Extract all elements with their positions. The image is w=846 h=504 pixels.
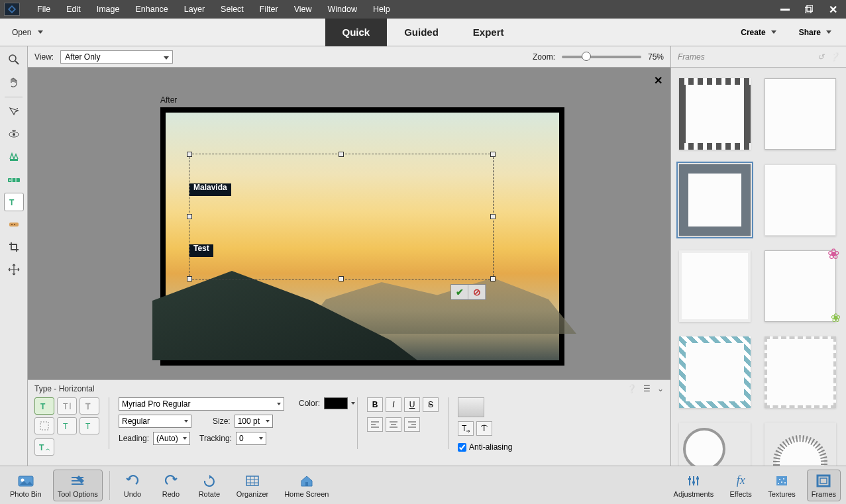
home-button[interactable]: Home Screen — [280, 470, 333, 501]
reset-icon[interactable]: ↺ — [818, 52, 824, 62]
resize-handle[interactable] — [339, 152, 344, 157]
redeye-tool[interactable] — [4, 125, 24, 144]
frame-thumb[interactable] — [679, 336, 751, 408]
hand-tool[interactable] — [4, 73, 24, 91]
commit-icon[interactable]: ✔ — [451, 285, 468, 299]
horizontal-mask-button[interactable]: T — [79, 397, 99, 415]
warp-horizontal-button[interactable]: T — [458, 421, 474, 436]
resize-handle[interactable] — [339, 276, 344, 281]
frame-thumb[interactable] — [765, 336, 836, 408]
text-line-1[interactable]: Malavida — [189, 183, 231, 196]
zoom-slider[interactable] — [562, 56, 641, 58]
vertical-type-button[interactable]: T — [57, 397, 77, 415]
resize-handle[interactable] — [490, 152, 496, 157]
resize-handle[interactable] — [490, 214, 496, 219]
menu-select[interactable]: Select — [213, 0, 252, 19]
cancel-icon[interactable]: ⊘ — [468, 285, 486, 299]
frame-thumb[interactable] — [679, 164, 751, 236]
font-size-input[interactable]: 100 pt — [235, 415, 273, 428]
warp-style-select[interactable] — [458, 397, 484, 417]
type-tool[interactable]: T — [4, 193, 24, 211]
text-on-selection-button[interactable]: T — [57, 417, 77, 434]
frame-thumb[interactable] — [765, 423, 836, 466]
frames-button[interactable]: Frames — [807, 470, 841, 501]
text-line-2[interactable]: Test — [189, 244, 213, 257]
zoom-tool[interactable] — [4, 50, 24, 69]
text-bounding-box[interactable]: Malavida Test ✔ ⊘ — [189, 154, 494, 279]
resize-handle[interactable] — [187, 276, 192, 281]
menu-view[interactable]: View — [286, 0, 320, 19]
redo-button[interactable]: Redo — [155, 470, 187, 501]
tab-quick[interactable]: Quick — [325, 19, 387, 46]
bold-button[interactable]: B — [367, 397, 383, 412]
italic-button[interactable]: I — [386, 397, 401, 412]
document-canvas[interactable]: Malavida Test ✔ ⊘ — [160, 107, 564, 366]
share-button[interactable]: Share — [790, 28, 841, 37]
crop-tool[interactable] — [4, 238, 24, 256]
align-left-button[interactable] — [367, 417, 383, 432]
organizer-button[interactable]: Organizer — [232, 470, 273, 501]
rotate-button[interactable]: Rotate — [193, 470, 225, 501]
menu-window[interactable]: Window — [320, 0, 365, 19]
menu-layer[interactable]: Layer — [176, 0, 213, 19]
undo-button[interactable]: Undo — [117, 470, 148, 501]
align-center-button[interactable] — [386, 417, 401, 432]
svg-point-65 — [778, 483, 779, 484]
align-right-button[interactable] — [404, 417, 420, 432]
antialias-checkbox[interactable]: Anti-aliasing — [458, 442, 512, 452]
frame-thumb[interactable] — [765, 164, 836, 236]
text-on-shape-button[interactable]: T — [79, 417, 99, 434]
underline-button[interactable]: U — [404, 397, 420, 412]
tool-options-button[interactable]: Tool Options — [53, 470, 103, 501]
open-button[interactable]: Open — [0, 28, 55, 37]
vertical-mask-button[interactable] — [34, 417, 54, 434]
adjustments-button[interactable]: Adjustments — [669, 470, 719, 501]
menu-edit[interactable]: Edit — [58, 0, 89, 19]
tab-guided[interactable]: Guided — [387, 19, 456, 46]
frame-thumb[interactable] — [765, 78, 836, 150]
leading-input[interactable]: (Auto) — [153, 432, 190, 445]
menu-help[interactable]: Help — [365, 0, 398, 19]
help-icon[interactable]: ❔ — [829, 52, 839, 62]
effects-button[interactable]: fx Effects — [725, 470, 757, 501]
text-on-path-button[interactable]: T — [34, 438, 54, 456]
frame-thumb[interactable] — [679, 423, 751, 466]
maximize-icon[interactable] — [801, 3, 817, 15]
textures-button[interactable]: Textures — [763, 470, 800, 501]
resize-handle[interactable] — [490, 276, 496, 281]
frame-thumb[interactable] — [765, 250, 836, 322]
close-document-icon[interactable]: ✕ — [654, 74, 662, 87]
frame-thumb[interactable] — [679, 250, 751, 322]
tab-expert[interactable]: Expert — [456, 19, 521, 46]
menu-enhance[interactable]: Enhance — [127, 0, 176, 19]
menu-image[interactable]: Image — [89, 0, 128, 19]
menu-file[interactable]: File — [29, 0, 58, 19]
minimize-icon[interactable] — [777, 3, 793, 15]
strikethrough-button[interactable]: S — [423, 397, 439, 412]
horizontal-type-button[interactable]: T — [34, 397, 54, 415]
collapse-icon[interactable]: ⌄ — [657, 384, 664, 393]
create-button[interactable]: Create — [731, 28, 785, 37]
straighten-tool[interactable] — [4, 170, 24, 189]
tracking-input[interactable]: 0 — [236, 432, 266, 445]
photo-bin-button[interactable]: Photo Bin — [5, 470, 46, 501]
whiten-tool[interactable] — [4, 148, 24, 166]
warp-text-button[interactable]: T — [476, 421, 492, 436]
font-family-select[interactable]: Myriad Pro Regular — [119, 397, 284, 411]
quick-select-tool[interactable] — [4, 103, 24, 121]
spot-heal-tool[interactable] — [4, 215, 24, 234]
color-swatch[interactable] — [324, 397, 348, 409]
svg-rect-3 — [805, 7, 811, 13]
chevron-down-icon — [826, 30, 831, 34]
help-icon[interactable]: ❔ — [627, 384, 637, 393]
view-mode-select[interactable]: After Only — [60, 50, 173, 64]
panel-menu-icon[interactable]: ☰ — [643, 384, 651, 393]
font-style-select[interactable]: Regular — [119, 415, 191, 428]
zoom-slider-thumb[interactable] — [582, 52, 591, 61]
frames-icon — [816, 473, 831, 489]
close-icon[interactable]: ✕ — [825, 3, 841, 15]
rotate-icon — [202, 473, 217, 489]
frame-thumb[interactable] — [679, 78, 751, 150]
menu-filter[interactable]: Filter — [252, 0, 286, 19]
move-tool[interactable] — [4, 260, 24, 279]
